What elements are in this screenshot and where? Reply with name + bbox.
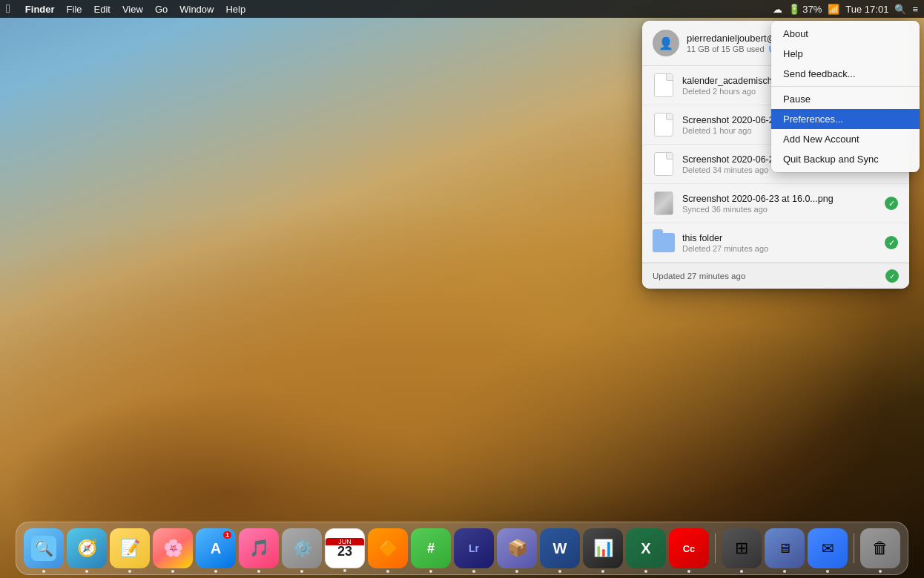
dock-app-appstore[interactable]: A 1	[196, 528, 236, 568]
dock-app-settings[interactable]: ⚙️	[282, 528, 322, 568]
dock-app-mail[interactable]: ✉	[808, 528, 848, 568]
menu-separator	[771, 86, 920, 87]
menu-item-pause[interactable]: Pause	[771, 89, 920, 109]
dock-app-trash[interactable]: 🗑	[860, 528, 900, 568]
file-icon	[653, 151, 675, 177]
synced-check-icon: ✓	[885, 236, 898, 249]
file-name: Screenshot 2020-06-23 at 16.0...png	[682, 194, 884, 204]
folder-icon	[653, 233, 675, 252]
menu-item-about[interactable]: About	[771, 24, 920, 44]
menubar:  Finder File Edit View Go Window Help ☁…	[0, 0, 924, 18]
dock-app-music[interactable]: 🎵	[239, 528, 279, 568]
battery-icon: 🔋 37%	[788, 4, 822, 15]
file-status: Synced 36 minutes ago	[682, 205, 884, 214]
dock-separator-2	[854, 533, 854, 563]
menubar-window[interactable]: Window	[179, 4, 214, 15]
menubar-go[interactable]: Go	[155, 4, 168, 15]
dock-app-screen[interactable]: 🖥	[765, 528, 805, 568]
file-status-icon: ✓	[884, 196, 899, 211]
menubar-edit[interactable]: Edit	[94, 4, 110, 15]
dock-app-word[interactable]: W	[540, 528, 580, 568]
control-center-icon[interactable]: ≡	[912, 4, 918, 15]
dock-app-notes[interactable]: 📝	[110, 528, 150, 568]
menubar-right: ☁ 🔋 37% 📶 Tue 17:01 🔍 ≡	[773, 4, 918, 15]
clock: Tue 17:01	[845, 4, 888, 15]
menubar-left:  Finder File Edit View Go Window Help	[6, 2, 245, 16]
doc-icon	[654, 113, 673, 137]
dock-app-lightroom[interactable]: Lr	[454, 528, 494, 568]
menubar-view[interactable]: View	[122, 4, 143, 15]
menu-item-help[interactable]: Help	[771, 44, 920, 64]
dock-app-calendar[interactable]: JUN 23	[325, 528, 365, 568]
file-name: this folder	[682, 233, 884, 243]
search-icon[interactable]: 🔍	[894, 4, 906, 15]
file-item[interactable]: this folder Deleted 27 minutes ago ✓	[642, 223, 909, 263]
menubar-finder[interactable]: Finder	[25, 4, 55, 15]
dock-app-numbers[interactable]: #	[411, 528, 451, 568]
menubar-file[interactable]: File	[67, 4, 82, 15]
doc-icon	[654, 73, 673, 97]
file-status-icon: ✓	[884, 235, 899, 250]
footer-check-icon: ✓	[885, 269, 899, 283]
doc-icon	[654, 152, 673, 176]
dock-app-activity[interactable]: 📊	[583, 528, 623, 568]
apple-menu[interactable]: 	[6, 2, 10, 16]
image-icon	[654, 191, 673, 215]
file-item[interactable]: Screenshot 2020-06-23 at 16.0...png Sync…	[642, 184, 909, 223]
dock-app-finder[interactable]: 🔍	[24, 528, 64, 568]
avatar: 👤	[653, 30, 679, 56]
context-menu: About Help Send feedback... Pause Prefer…	[771, 21, 920, 172]
dock-app-adobecc[interactable]: Cc	[669, 528, 709, 568]
file-details: Screenshot 2020-06-23 at 16.0...png Sync…	[682, 194, 884, 214]
dock-app-vlc[interactable]: 🔶	[368, 528, 408, 568]
dock-app-photos[interactable]: 🌸	[153, 528, 193, 568]
file-icon	[653, 72, 675, 99]
dock: 🔍 🧭 📝 🌸 A 1 🎵 ⚙️ JUN 23 🔶 # Lr 📦 W 📊 X C…	[16, 522, 908, 575]
file-icon	[653, 111, 675, 138]
menu-item-preferences[interactable]: Preferences...	[771, 109, 920, 129]
synced-check-icon: ✓	[885, 197, 898, 210]
file-icon	[653, 229, 675, 256]
dock-app-grid[interactable]: ⊞	[722, 528, 762, 568]
dock-app-excel[interactable]: X	[626, 528, 666, 568]
file-status: Deleted 27 minutes ago	[682, 244, 884, 253]
dock-separator	[715, 533, 716, 563]
file-icon	[653, 190, 675, 217]
menu-item-add-account[interactable]: Add New Account	[771, 129, 920, 149]
menu-item-quit[interactable]: Quit Backup and Sync	[771, 149, 920, 169]
svg-text:🔍: 🔍	[35, 539, 53, 557]
menubar-help[interactable]: Help	[225, 4, 245, 15]
menu-item-send-feedback[interactable]: Send feedback...	[771, 64, 920, 84]
file-details: this folder Deleted 27 minutes ago	[682, 233, 884, 253]
wifi-icon[interactable]: 📶	[828, 4, 839, 15]
footer-updated-text: Updated 27 minutes ago	[653, 272, 880, 280]
backup-sync-icon[interactable]: ☁	[773, 4, 782, 15]
dock-app-safari[interactable]: 🧭	[67, 528, 107, 568]
dock-app-archive[interactable]: 📦	[497, 528, 537, 568]
panel-footer: Updated 27 minutes ago ✓	[642, 263, 909, 289]
